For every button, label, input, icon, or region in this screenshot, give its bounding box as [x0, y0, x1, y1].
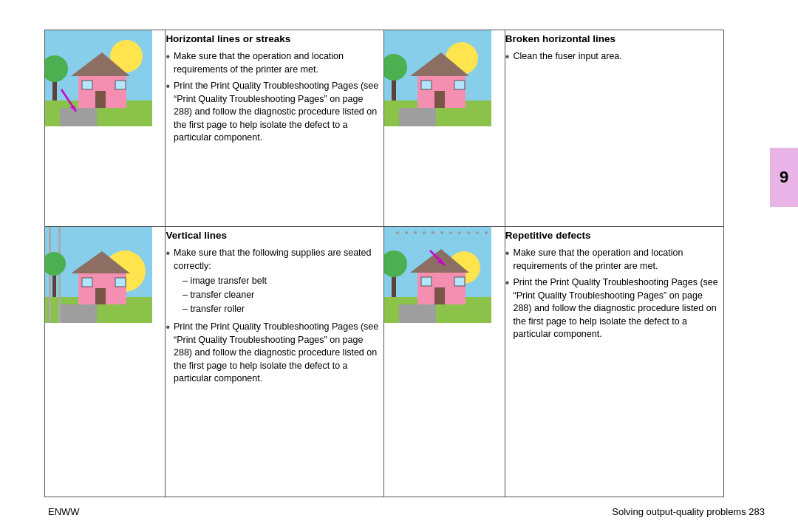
svg-rect-46	[399, 304, 436, 323]
footer-right: Solving output-quality problems 283	[612, 506, 765, 517]
list-item: • Print the Print Quality Troubleshootin…	[505, 276, 723, 341]
list-item: • Print the Print Quality Troubleshootin…	[166, 80, 383, 145]
bottom-left-title: Vertical lines	[166, 227, 383, 242]
list-item: • Make sure that the operation and locat…	[166, 50, 383, 76]
bottom-left-content: Vertical lines • Make sure that the foll…	[166, 227, 384, 497]
svg-rect-11	[95, 91, 106, 108]
bullet-icon: •	[505, 49, 510, 65]
bottom-right-image-cell	[384, 227, 505, 497]
svg-point-48	[405, 231, 408, 234]
footer: ENWW Solving output-quality problems 283	[44, 506, 768, 517]
bullet-icon: •	[505, 245, 510, 262]
list-item: transfer cleaner	[183, 288, 384, 302]
svg-rect-18	[399, 108, 436, 126]
table-row: Vertical lines • Make sure that the foll…	[45, 227, 724, 497]
house-illustration-3	[45, 227, 152, 323]
bullet-text: Make sure that the following supplies ar…	[174, 248, 372, 271]
svg-point-56	[476, 231, 479, 234]
svg-rect-3	[60, 108, 97, 126]
bullet-icon: •	[166, 245, 170, 262]
footer-left: ENWW	[48, 506, 80, 517]
top-right-bullets: • Clean the fuser input area.	[505, 50, 723, 65]
list-item: • Print the Print Quality Troubleshootin…	[166, 321, 383, 386]
bottom-right-content: Repetitive defects • Make sure that the …	[505, 227, 723, 497]
bullet-icon: •	[505, 275, 510, 291]
top-right-title: Broken horizontal lines	[505, 30, 723, 46]
svg-point-57	[485, 231, 488, 234]
house-illustration-1	[45, 30, 152, 126]
svg-rect-67	[454, 277, 465, 286]
bullet-icon: •	[166, 78, 170, 95]
bottom-right-title: Repetitive defects	[505, 227, 723, 242]
svg-rect-41	[95, 288, 106, 304]
svg-point-50	[423, 231, 426, 234]
svg-rect-27	[421, 81, 432, 89]
svg-rect-12	[82, 81, 92, 89]
svg-point-47	[396, 231, 399, 234]
main-table: Horizontal lines or streaks • Make sure …	[44, 30, 724, 497]
top-left-content: Horizontal lines or streaks • Make sure …	[166, 30, 384, 227]
bullet-text: Make sure that the operation and locatio…	[174, 50, 384, 76]
top-left-title: Horizontal lines or streaks	[166, 30, 383, 46]
bullet-text: Print the Print Quality Troubleshooting …	[513, 276, 723, 341]
bullet-icon: •	[166, 49, 170, 65]
bullet-text: Make sure that the operation and locatio…	[513, 247, 723, 273]
bottom-left-bullets: • Make sure that the following supplies …	[166, 247, 383, 386]
bullet-icon: •	[166, 319, 170, 335]
svg-point-52	[440, 231, 443, 234]
bullet-text: Print the Print Quality Troubleshooting …	[174, 321, 384, 386]
bullet-text: Print the Print Quality Troubleshooting …	[174, 80, 384, 145]
svg-rect-65	[434, 287, 445, 304]
house-illustration-2	[384, 30, 491, 126]
svg-point-49	[414, 231, 417, 234]
top-right-content: Broken horizontal lines • Clean the fuse…	[505, 30, 723, 227]
svg-rect-26	[434, 91, 445, 108]
top-left-image-cell	[45, 30, 166, 227]
svg-rect-43	[115, 278, 126, 287]
list-item: transfer roller	[183, 302, 384, 316]
house-illustration-4	[384, 227, 491, 323]
bottom-left-image-cell	[45, 227, 166, 497]
page-container: 9	[0, 0, 798, 532]
list-item: • Make sure that the following supplies …	[166, 247, 383, 317]
top-left-bullets: • Make sure that the operation and locat…	[166, 50, 383, 145]
chapter-tab: 9	[770, 148, 798, 207]
svg-rect-34	[58, 227, 61, 323]
svg-point-55	[467, 231, 470, 234]
svg-point-51	[432, 231, 434, 234]
svg-point-53	[449, 231, 452, 234]
sub-list: image transfer belt transfer cleaner tra…	[183, 274, 384, 316]
tab-number: 9	[780, 168, 788, 187]
list-item: image transfer belt	[183, 274, 384, 288]
top-right-image-cell	[384, 30, 505, 227]
list-item: • Clean the fuser input area.	[505, 50, 723, 65]
list-item: • Make sure that the operation and locat…	[505, 247, 723, 273]
bullet-text: Clean the fuser input area.	[513, 50, 621, 64]
svg-rect-66	[421, 277, 432, 286]
svg-rect-28	[454, 81, 465, 89]
svg-rect-13	[115, 81, 126, 89]
bullet-content: Make sure that the following supplies ar…	[174, 247, 384, 317]
svg-point-54	[458, 231, 461, 234]
bottom-right-bullets: • Make sure that the operation and locat…	[505, 247, 723, 341]
svg-rect-42	[82, 278, 92, 287]
table-row: Horizontal lines or streaks • Make sure …	[45, 30, 724, 227]
svg-rect-31	[60, 304, 97, 323]
